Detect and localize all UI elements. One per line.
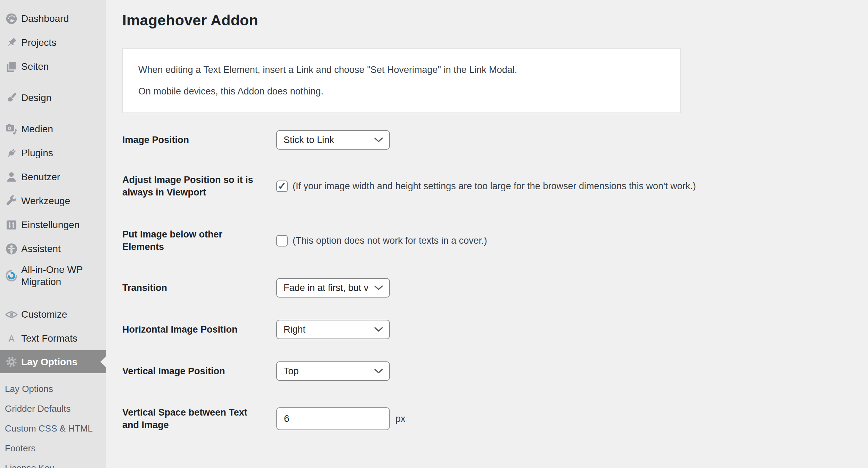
sidebar-item-lay-options[interactable]: Lay Options <box>0 350 106 373</box>
sidebar-item-dashboard[interactable]: Dashboard <box>0 7 106 31</box>
chevron-down-icon <box>374 327 383 332</box>
media-icon <box>5 122 18 136</box>
accessibility-icon <box>5 242 18 256</box>
form-row-adjust-viewport: Adjust Image Position so it is always in… <box>122 174 858 199</box>
select-value: Top <box>284 366 372 377</box>
sidebar-item-seiten[interactable]: Seiten <box>0 55 106 78</box>
sidebar-item-design[interactable]: Design <box>0 86 106 110</box>
form-row-vertical-space: Vertical Space between Text and Image px <box>122 406 858 431</box>
vertical-position-select[interactable]: Top <box>276 361 390 381</box>
select-value: Stick to Link <box>284 135 372 145</box>
notice-line-2: On mobile devices, this Addon does nothi… <box>138 85 665 97</box>
vertical-space-input[interactable] <box>276 407 390 430</box>
horizontal-position-select[interactable]: Right <box>276 320 390 339</box>
plug-icon <box>5 146 18 160</box>
sidebar-item-label: Projects <box>21 36 56 49</box>
submenu-item-license-key[interactable]: License Key <box>0 458 106 468</box>
sidebar-item-werkzeuge[interactable]: Werkzeuge <box>0 189 106 213</box>
transition-select[interactable]: Fade in at first, but v <box>276 278 390 298</box>
sidebar-item-medien[interactable]: Medien <box>0 117 106 141</box>
sidebar-item-projects[interactable]: Projects <box>0 31 106 55</box>
viewport-adjust-checkbox[interactable] <box>276 181 288 192</box>
select-value: Right <box>284 324 372 335</box>
page-title: Imagehover Addon <box>122 12 258 29</box>
sidebar-item-text-formats[interactable]: A Text Formats <box>0 326 106 350</box>
sidebar-item-all-in-one-wp-migration[interactable]: All-in-One WP Migration <box>0 261 106 291</box>
sidebar-item-label: All-in-One WP Migration <box>21 264 103 288</box>
sliders-icon <box>5 218 18 232</box>
sidebar-item-label: Einstellungen <box>21 219 80 231</box>
pin-icon <box>5 36 18 50</box>
field-label-transition: Transition <box>122 282 276 294</box>
form-row-image-position: Image Position Stick to Link <box>122 130 858 150</box>
field-label-below-elements: Put Image below other Elements <box>122 228 276 253</box>
sidebar-item-label: Dashboard <box>21 12 69 25</box>
chevron-down-icon <box>374 137 383 143</box>
sidebar-item-label: Customize <box>21 308 67 320</box>
image-position-select[interactable]: Stick to Link <box>276 130 390 150</box>
admin-sidebar: Dashboard Projects Seiten Design Medien <box>0 0 106 468</box>
letter-a-icon: A <box>5 332 18 345</box>
chevron-down-icon <box>374 285 383 291</box>
sidebar-item-label: Seiten <box>21 60 49 73</box>
sidebar-menu: Dashboard Projects Seiten Design Medien <box>0 0 106 373</box>
lay-options-submenu: Lay Options Gridder Defaults Custom CSS … <box>0 379 106 468</box>
field-label-image-position: Image Position <box>122 134 276 146</box>
form-row-below-elements: Put Image below other Elements (This opt… <box>122 228 858 253</box>
sidebar-item-label: Text Formats <box>21 332 77 344</box>
field-label-horizontal-position: Horizontal Image Position <box>122 323 276 336</box>
sidebar-item-label: Design <box>21 92 51 104</box>
checkbox-group: (If your image width and height settings… <box>276 181 696 192</box>
notice-line-1: When editing a Text Element, insert a Li… <box>138 64 665 76</box>
sidebar-item-label: Plugins <box>21 147 53 159</box>
paintbrush-icon <box>5 91 18 105</box>
submenu-item-footers[interactable]: Footers <box>0 438 106 458</box>
checkbox-group: (This option does not work for texts in … <box>276 235 487 246</box>
below-elements-checkbox[interactable] <box>276 235 288 246</box>
pages-icon <box>5 60 18 74</box>
submenu-item-custom-css-html[interactable]: Custom CSS & HTML <box>0 419 106 438</box>
field-label-vertical-space: Vertical Space between Text and Image <box>122 406 276 431</box>
unit-label: px <box>395 413 406 424</box>
wrench-icon <box>5 194 18 208</box>
svg-text:A: A <box>8 334 15 343</box>
sidebar-item-label: Lay Options <box>21 356 77 368</box>
submenu-item-lay-options[interactable]: Lay Options <box>0 379 106 399</box>
submenu-item-gridder-defaults[interactable]: Gridder Defaults <box>0 399 106 419</box>
eye-icon <box>5 308 18 321</box>
sidebar-item-benutzer[interactable]: Benutzer <box>0 165 106 189</box>
sidebar-item-customize[interactable]: Customize <box>0 302 106 326</box>
gauge-icon <box>5 12 18 26</box>
checkbox-note: (This option does not work for texts in … <box>293 235 487 246</box>
sidebar-item-label: Benutzer <box>21 171 60 183</box>
migration-refresh-icon <box>5 269 18 283</box>
gear-icon <box>5 355 18 369</box>
user-icon <box>5 170 18 184</box>
sidebar-item-label: Assistent <box>21 243 61 255</box>
info-notice: When editing a Text Element, insert a Li… <box>122 48 681 113</box>
sidebar-item-plugins[interactable]: Plugins <box>0 141 106 165</box>
main-content: Imagehover Addon When editing a Text Ele… <box>106 0 868 468</box>
select-value: Fade in at first, but v <box>284 283 372 293</box>
sidebar-item-assistent[interactable]: Assistent <box>0 237 106 261</box>
sidebar-item-label: Medien <box>21 123 53 135</box>
sidebar-item-einstellungen[interactable]: Einstellungen <box>0 213 106 237</box>
form-row-transition: Transition Fade in at first, but v <box>122 278 858 298</box>
field-label-vertical-position: Vertical Image Position <box>122 365 276 377</box>
sidebar-item-label: Werkzeuge <box>21 195 70 207</box>
checkbox-note: (If your image width and height settings… <box>293 181 696 192</box>
chevron-down-icon <box>374 368 383 374</box>
form-row-horizontal-position: Horizontal Image Position Right <box>122 319 858 340</box>
field-label-adjust-viewport: Adjust Image Position so it is always in… <box>122 174 276 199</box>
form-row-vertical-position: Vertical Image Position Top <box>122 361 858 381</box>
